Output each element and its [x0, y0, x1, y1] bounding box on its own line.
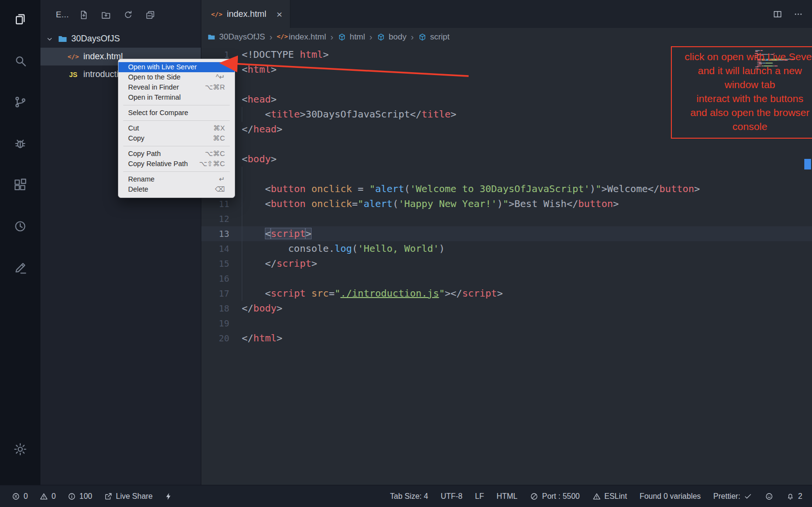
status-0[interactable]: 0: [12, 492, 28, 501]
code-line-20: 20 </html>: [201, 331, 812, 346]
status-live-share[interactable]: Live Share: [104, 492, 153, 501]
search-icon: [13, 53, 27, 68]
status-port-5500[interactable]: Port : 5500: [530, 492, 579, 501]
line-number[interactable]: 16: [201, 271, 242, 286]
js-file-icon: JS: [69, 71, 77, 78]
code-line-7: 7: [201, 137, 812, 152]
status-2[interactable]: 2: [786, 492, 802, 501]
line-number[interactable]: 18: [201, 301, 242, 316]
new-folder-button[interactable]: [101, 10, 111, 20]
activity-gear-button[interactable]: [0, 435, 40, 464]
explorer-title: E...: [56, 10, 69, 20]
status-eslint[interactable]: ESLint: [592, 492, 627, 501]
menu-item-open-with-live-server[interactable]: Open with Live Server: [118, 62, 235, 72]
breadcrumb-separator: ›: [369, 32, 372, 42]
breadcrumb-body[interactable]: body: [377, 32, 406, 42]
line-number[interactable]: 14: [201, 241, 242, 256]
tab-index-html[interactable]: </> index.html ×: [201, 0, 290, 28]
breadcrumb-html[interactable]: html: [338, 32, 365, 42]
menu-item-select-for-compare[interactable]: Select for Compare: [118, 108, 235, 118]
code-line-18: 18 </body>: [201, 301, 812, 316]
annotation-line: and it will launch a new: [676, 64, 812, 78]
status-text: LF: [475, 492, 484, 501]
html-file-icon: </>: [276, 33, 288, 41]
activity-source-control-button[interactable]: [0, 88, 40, 117]
menu-separator: [123, 120, 230, 121]
activity-explorer-button[interactable]: [0, 5, 40, 34]
ellipsis-button[interactable]: [793, 9, 803, 19]
status-text: Found 0 variables: [640, 492, 701, 501]
status-text: Tab Size: 4: [390, 492, 428, 501]
code-line-15: 15 </script>: [201, 256, 812, 271]
explorer-icon: [13, 12, 27, 26]
activity-edit-button[interactable]: [0, 253, 40, 282]
menu-item-rename[interactable]: Rename ↵: [118, 174, 235, 184]
smiley-icon: [765, 492, 773, 501]
breadcrumb-label: 30DaysOfJS: [219, 32, 265, 42]
status-lf[interactable]: LF: [475, 492, 484, 501]
breadcrumb-30daysofjs[interactable]: 30DaysOfJS: [207, 32, 265, 42]
line-number[interactable]: 15: [201, 256, 242, 271]
split-editor-button[interactable]: [773, 9, 783, 19]
status-text: 0: [24, 492, 28, 501]
line-number[interactable]: 19: [201, 316, 242, 331]
line-number[interactable]: 11: [201, 196, 242, 211]
clock-icon: [13, 219, 27, 234]
gear-icon: [13, 442, 27, 456]
status-smiley[interactable]: [765, 492, 773, 501]
code-line-8: 8 <body>: [201, 152, 812, 167]
breadcrumb-script[interactable]: script: [418, 32, 450, 42]
activity-extensions-button[interactable]: [0, 170, 40, 199]
editor-group: </> index.html × 30DaysOfJS › </> index.…: [201, 0, 812, 485]
circle-slash-icon: [530, 492, 538, 501]
folder-row-root[interactable]: 30DaysOfJS: [40, 30, 201, 48]
status-100[interactable]: 100: [67, 492, 92, 501]
refresh-button[interactable]: [123, 10, 133, 20]
cube-icon: [418, 33, 427, 41]
code-line-16: 16: [201, 271, 812, 286]
line-number[interactable]: 13: [201, 226, 242, 241]
activity-search-button[interactable]: [0, 46, 40, 75]
status-left: 00100Live Share: [12, 492, 173, 501]
cube-icon: [338, 33, 346, 41]
menu-item-copy-path[interactable]: Copy Path ⌥⌘C: [118, 149, 235, 159]
explorer-actions: [79, 10, 156, 20]
menu-shortcut: ^↵: [216, 72, 225, 82]
line-number[interactable]: 20: [201, 331, 242, 346]
debug-icon: [13, 136, 27, 151]
status-utf-8[interactable]: UTF-8: [441, 492, 462, 501]
menu-item-reveal-in-finder[interactable]: Reveal in Finder ⌥⌘R: [118, 82, 235, 92]
warning-icon: [39, 492, 48, 501]
menu-shortcut: ⌫: [215, 184, 225, 195]
breadcrumb-separator: ›: [269, 32, 272, 42]
annotation-line: interact with the buttons: [676, 91, 812, 105]
menu-item-open-in-terminal[interactable]: Open in Terminal: [118, 92, 235, 103]
cube-icon: [377, 33, 385, 41]
menu-item-copy[interactable]: Copy ⌘C: [118, 133, 235, 143]
code-line-9: 9: [201, 167, 812, 182]
status-text: ESLint: [604, 492, 627, 501]
line-number[interactable]: 12: [201, 211, 242, 226]
menu-item-open-to-the-side[interactable]: Open to the Side ^↵: [118, 72, 235, 82]
breadcrumb-index-html[interactable]: </> index.html: [276, 32, 326, 42]
status-0[interactable]: 0: [39, 492, 56, 501]
breadcrumb: 30DaysOfJS › </> index.html › html › bod…: [201, 28, 812, 46]
activity-clock-button[interactable]: [0, 212, 40, 241]
status-html[interactable]: HTML: [497, 492, 518, 501]
code-line-19: 19: [201, 316, 812, 331]
menu-item-delete[interactable]: Delete ⌫: [118, 184, 235, 195]
menu-item-cut[interactable]: Cut ⌘X: [118, 123, 235, 133]
menu-item-copy-relative-path[interactable]: Copy Relative Path ⌥⇧⌘C: [118, 159, 235, 169]
status-found-0-variables[interactable]: Found 0 variables: [640, 492, 701, 501]
status-tab-size-4[interactable]: Tab Size: 4: [390, 492, 428, 501]
new-file-button[interactable]: [79, 10, 89, 20]
html-icon: </>: [276, 33, 285, 41]
collapse-all-button[interactable]: [145, 10, 156, 20]
status-prettier[interactable]: Prettier:: [713, 492, 752, 501]
status-right: Tab Size: 4UTF-8LFHTMLPort : 5500ESLintF…: [390, 492, 802, 501]
status-text: UTF-8: [441, 492, 462, 501]
activity-debug-button[interactable]: [0, 129, 40, 158]
status-bolt[interactable]: [164, 492, 173, 501]
close-icon[interactable]: ×: [276, 9, 282, 19]
line-number[interactable]: 17: [201, 286, 242, 301]
